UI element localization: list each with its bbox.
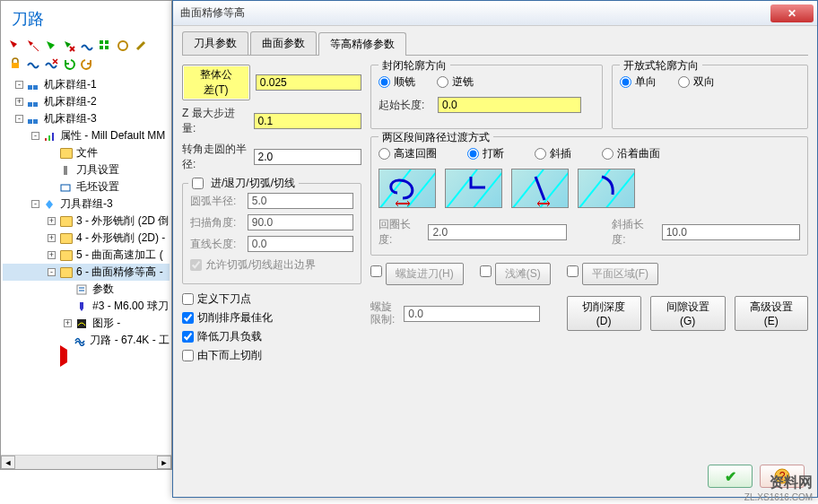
tree-node[interactable]: -刀具群组-3 [3, 196, 170, 213]
single-radio-label[interactable]: 单向 [620, 74, 657, 90]
wave-x-icon[interactable] [44, 56, 58, 71]
flat-area-checkbox[interactable] [567, 265, 579, 277]
gear-icon[interactable] [116, 39, 130, 53]
ramp-length-input[interactable] [662, 224, 800, 240]
tab-contour-params[interactable]: 等高精修参数 [318, 32, 406, 56]
optimize-order-checkbox[interactable] [182, 312, 194, 324]
reduce-load-checkbox[interactable] [182, 331, 194, 343]
tolerance-button[interactable]: 整体公差(T) [182, 65, 250, 100]
wave-blue-icon[interactable] [80, 39, 94, 53]
grid-green-icon[interactable] [98, 39, 112, 53]
loop-length-input[interactable] [428, 224, 566, 240]
tree-node[interactable]: +3 - 外形铣削 (2D 倒 [3, 213, 170, 230]
wave-icon[interactable] [26, 56, 40, 71]
tab-tool-params[interactable]: 刀具参数 [182, 31, 248, 55]
conventional-radio[interactable] [437, 76, 448, 88]
geometry-icon [76, 318, 89, 329]
flat-area-button[interactable]: 平面区域(F) [582, 263, 658, 285]
scroll-left-icon[interactable]: ◄ [1, 456, 15, 469]
trans-ramp-label[interactable]: 斜插 [535, 146, 571, 161]
tree-expand-icon[interactable]: + [64, 319, 72, 327]
trans-follow-label[interactable]: 沿着曲面 [602, 146, 660, 161]
select-red-x-icon[interactable] [62, 39, 76, 53]
trans-hsloop-label[interactable]: 高速回圈 [379, 146, 437, 161]
tree-node[interactable]: +图形 - [3, 315, 170, 332]
tree-node[interactable]: -属性 - Mill Default MM [3, 127, 170, 144]
tree-expand-icon[interactable]: + [48, 217, 56, 225]
tree-label: 机床群组-2 [44, 94, 97, 109]
helix-limit-input[interactable] [404, 306, 540, 322]
double-radio[interactable] [678, 76, 690, 88]
entry-exit-checkbox[interactable] [192, 178, 204, 189]
tree-node[interactable]: +5 - 曲面高速加工 ( [3, 247, 170, 264]
lock-icon[interactable] [8, 56, 22, 71]
trans-ramp-radio[interactable] [535, 148, 546, 160]
tree-node[interactable]: #3 - M6.00 球刀 [3, 298, 170, 315]
tree-node[interactable]: -6 - 曲面精修等高 - [3, 264, 170, 281]
close-button[interactable]: ✕ [770, 4, 814, 22]
tree-expand-icon[interactable]: - [48, 268, 56, 276]
arrow-cross-icon[interactable] [26, 39, 40, 53]
tree-node[interactable]: 毛坯设置 [3, 178, 170, 196]
tree-node[interactable] [3, 349, 170, 361]
shallow-checkbox[interactable] [480, 265, 492, 277]
undo-icon[interactable] [62, 56, 76, 71]
arrow-nw-icon[interactable] [8, 39, 22, 53]
corner-radius-input[interactable] [254, 149, 361, 165]
sweep-angle-label: 扫描角度: [190, 215, 242, 230]
define-downpoint-checkbox[interactable] [182, 293, 194, 305]
svg-rect-7 [48, 135, 50, 141]
tree-expand-icon[interactable]: - [31, 132, 39, 140]
tree-node[interactable]: -机床群组-3 [3, 110, 170, 127]
tree-node[interactable]: 刀具设置 [3, 161, 170, 178]
wrench-icon[interactable] [134, 39, 148, 53]
open-dir-title: 开放式轮廓方向 [620, 58, 702, 74]
scroll-right-icon[interactable]: ► [157, 456, 171, 469]
toolpath-tree[interactable]: -机床群组-1+机床群组-2-机床群组-3-属性 - Mill Default … [1, 73, 171, 449]
trans-break-radio[interactable] [467, 148, 479, 160]
trans-follow-radio[interactable] [602, 148, 614, 160]
single-radio[interactable] [620, 76, 631, 88]
helix-entry-checkbox[interactable] [370, 265, 382, 277]
helix-entry-button[interactable]: 螺旋进刀(H) [386, 263, 464, 285]
gap-settings-button[interactable]: 间隙设置(G) [650, 296, 726, 331]
climb-radio[interactable] [379, 76, 390, 88]
conventional-radio-label[interactable]: 逆铣 [437, 74, 474, 90]
tolerance-input[interactable] [256, 74, 361, 91]
trans-break-label[interactable]: 打断 [467, 146, 504, 161]
tree-expand-icon[interactable]: - [15, 81, 23, 89]
allow-cutout-checkbox[interactable] [190, 259, 202, 271]
tree-expand-icon[interactable]: - [15, 115, 23, 123]
ok-button[interactable]: ✔ [708, 465, 753, 488]
shallow-button[interactable]: 浅滩(S) [495, 263, 551, 285]
tab-surface-params[interactable]: 曲面参数 [250, 31, 317, 55]
tree-expand-icon[interactable]: + [48, 251, 56, 259]
redo-icon[interactable] [80, 56, 94, 71]
tree-label: 机床群组-1 [44, 77, 97, 92]
dialog-footer: ✔ ? [708, 465, 805, 488]
z-step-input[interactable] [254, 113, 361, 129]
tree-node[interactable]: +机床群组-2 [3, 93, 170, 110]
double-radio-label[interactable]: 双向 [678, 74, 715, 90]
tree-expand-icon[interactable]: + [48, 234, 56, 242]
bottom-up-checkbox[interactable] [182, 350, 194, 361]
advanced-settings-button[interactable]: 高级设置(E) [735, 296, 809, 331]
tree-expand-icon[interactable]: + [15, 98, 23, 106]
loop-length-label: 回圈长度: [379, 217, 422, 248]
scrollbar-horizontal[interactable]: ◄ ► [1, 455, 171, 469]
tree-expand-icon[interactable]: - [31, 200, 39, 208]
climb-radio-label[interactable]: 顺铣 [379, 74, 415, 90]
trans-hsloop-radio[interactable] [379, 148, 390, 160]
help-button[interactable]: ? [760, 465, 805, 488]
cut-depth-button[interactable]: 切削深度(D) [567, 296, 641, 331]
select-green-icon[interactable] [44, 39, 58, 53]
arc-radius-input[interactable] [248, 193, 353, 209]
tree-node[interactable]: 刀路 - 67.4K - 工 [3, 332, 170, 349]
tree-node[interactable]: +4 - 外形铣削 (2D) - [3, 230, 170, 247]
sweep-angle-input[interactable] [248, 214, 353, 230]
tree-node[interactable]: 文件 [3, 144, 170, 161]
tree-node[interactable]: -机床群组-1 [3, 76, 170, 93]
line-length-input[interactable] [248, 236, 353, 252]
tree-node[interactable]: 参数 [3, 281, 170, 298]
start-length-input[interactable] [438, 97, 581, 113]
